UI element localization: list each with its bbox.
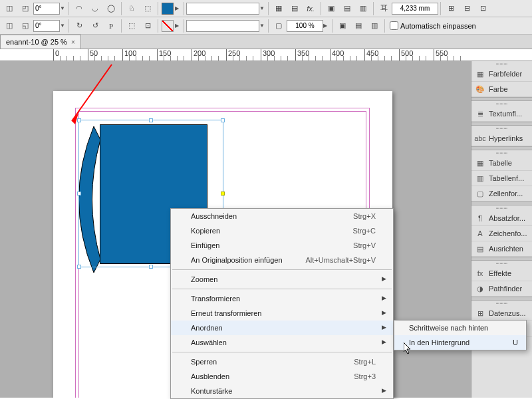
toolbar-button[interactable]: ▤: [287, 1, 302, 16]
panel-grip[interactable]: ┅┅┅: [471, 61, 532, 66]
selection-handle[interactable]: [77, 265, 81, 269]
toolbar-button[interactable]: ◱: [18, 19, 33, 33]
type-on-path-icon[interactable]: P: [104, 19, 118, 33]
panel-pathfinder[interactable]: ◑Pathfinder: [471, 281, 532, 297]
submenu-label: Schrittweise nach hinten: [409, 324, 488, 332]
toolbar-button[interactable]: ◫: [2, 1, 17, 16]
panel-label: Farbfelder: [489, 70, 522, 78]
svg-line-0: [72, 65, 112, 121]
style-dropdown[interactable]: [186, 20, 259, 32]
panel-align[interactable]: ▤Ausrichten: [471, 241, 532, 257]
panel-textwrap[interactable]: ≣Textumfl...: [471, 106, 532, 122]
separator: [373, 2, 374, 15]
selection-handle[interactable]: [77, 192, 81, 196]
selection-handle[interactable]: [149, 118, 153, 122]
toolbar-button[interactable]: ▦: [271, 1, 286, 16]
ctx-item[interactable]: SperrenStrg+L: [171, 354, 393, 369]
separator: [121, 2, 122, 15]
document-tab[interactable]: enannt-10 @ 25 % ×: [0, 35, 81, 49]
toolbar-button[interactable]: ▢: [271, 19, 286, 33]
panel-swatches[interactable]: ▦Farbfelder: [471, 66, 532, 82]
panel-charstyle[interactable]: AZeichenfo...: [471, 226, 532, 241]
dropdown-icon[interactable]: ▼: [259, 23, 266, 29]
toolbar-button[interactable]: ⊟: [460, 1, 474, 16]
dropdown-icon[interactable]: ▼: [259, 5, 266, 11]
ctx-item[interactable]: AusblendenStrg+3: [171, 369, 393, 384]
toolbar-button[interactable]: ▣: [335, 19, 350, 33]
toolbar-button[interactable]: ⬚: [140, 1, 155, 16]
tab-title: enannt-10 @ 25 %: [6, 38, 67, 46]
ctx-item[interactable]: EinfügenStrg+V: [171, 238, 393, 253]
charstyle-icon: A: [475, 229, 485, 238]
selection-handle[interactable]: [221, 192, 225, 196]
fill-color-swatch[interactable]: [162, 3, 174, 15]
separator: [158, 19, 158, 33]
dropdown-icon[interactable]: ▶: [323, 23, 330, 29]
fx-button[interactable]: fx.: [303, 1, 318, 16]
ctx-item[interactable]: AusschneidenStrg+X: [171, 209, 393, 223]
toolbar-button[interactable]: ♘: [124, 1, 139, 16]
selection-handle[interactable]: [221, 118, 225, 122]
toolbar-button[interactable]: ▣: [324, 1, 338, 16]
toolbar-button[interactable]: ↺: [88, 19, 102, 33]
ctx-label: An Originalposition einfügen: [191, 256, 283, 264]
ctx-item[interactable]: Anordnen▶: [171, 321, 393, 335]
ctx-item[interactable]: Transformieren▶: [171, 291, 393, 306]
toolbar-button[interactable]: ⬚: [124, 19, 139, 33]
toolbar-button[interactable]: ↻: [72, 19, 86, 33]
ctx-item[interactable]: An Originalposition einfügenAlt+Umschalt…: [171, 253, 393, 267]
dropdown-icon[interactable]: ▼: [60, 5, 66, 11]
submenu-item[interactable]: Schrittweise nach hinten: [394, 321, 526, 335]
toolbar-button[interactable]: ⊡: [140, 19, 155, 33]
auto-fit-checkbox[interactable]: Automatisch einpassen: [390, 21, 476, 30]
ctx-label: Konturstärke: [191, 387, 232, 395]
panel-label: Pathfinder: [489, 285, 522, 293]
toolbar-button[interactable]: ▤: [340, 1, 354, 16]
selection-handle[interactable]: [149, 265, 153, 269]
close-icon[interactable]: ×: [71, 39, 75, 46]
ctx-item[interactable]: Zoomen▶: [171, 272, 393, 287]
panel-datamerge[interactable]: ⊞Datenzus...: [471, 306, 532, 321]
toolbar-button[interactable]: ▤: [351, 19, 366, 33]
ctx-shortcut: Strg+C: [352, 227, 376, 235]
dropdown-icon[interactable]: ▶: [175, 5, 182, 11]
angle-input-2[interactable]: [33, 20, 60, 32]
toolbar-button[interactable]: ▥: [356, 1, 370, 16]
frame-size-input[interactable]: [392, 3, 438, 15]
submenu-arrow-icon: ▶: [382, 295, 386, 301]
panel-parastyle[interactable]: ¶Absatzfor...: [471, 211, 532, 226]
toolbar-button[interactable]: ◡: [88, 1, 102, 16]
toolbar-button[interactable]: ◯: [104, 1, 118, 16]
toolbar-button[interactable]: 耳: [376, 1, 391, 16]
panel-hyperlinks[interactable]: abcHyperlinks: [471, 131, 532, 146]
toolbar-button[interactable]: ◰: [18, 1, 33, 16]
no-stroke-icon[interactable]: [162, 20, 174, 32]
toolbar-button[interactable]: ◫: [2, 19, 17, 33]
opacity-input[interactable]: [287, 20, 323, 32]
ctx-item[interactable]: KopierenStrg+C: [171, 223, 393, 238]
submenu-item[interactable]: In den HintergrundU: [394, 335, 526, 350]
datamerge-icon: ⊞: [475, 309, 485, 318]
tablestyle-icon: ▥: [475, 174, 485, 183]
panel-cellstyle[interactable]: ▢Zellenfor...: [471, 186, 532, 201]
ctx-label: Erneut transformieren: [191, 309, 261, 317]
toolbar-button[interactable]: ⊞: [444, 1, 458, 16]
ctx-item[interactable]: Erneut transformieren▶: [171, 306, 393, 321]
separator: [268, 2, 269, 15]
toolbar-button[interactable]: ⊡: [475, 1, 490, 16]
ctx-item[interactable]: Auswählen▶: [171, 335, 393, 350]
dropdown-icon[interactable]: ▶: [175, 23, 182, 29]
ctx-label: Sperren: [191, 358, 217, 366]
parastyle-icon: ¶: [475, 213, 485, 223]
panel-effects[interactable]: fxEffekte: [471, 266, 532, 281]
panel-color[interactable]: 🎨Farbe: [471, 82, 532, 97]
panel-tablestyle[interactable]: ▥Tabellenf...: [471, 171, 532, 186]
toolbar-button[interactable]: ◠: [72, 1, 86, 16]
auto-fit-input[interactable]: [390, 21, 398, 30]
dropdown-icon[interactable]: ▼: [60, 23, 66, 29]
angle-input-1[interactable]: [33, 3, 60, 15]
panel-table[interactable]: ▦Tabelle: [471, 156, 532, 171]
style-dropdown[interactable]: [186, 3, 259, 15]
toolbar-button[interactable]: ▥: [367, 19, 382, 33]
ctx-item[interactable]: Konturstärke▶: [171, 384, 393, 398]
